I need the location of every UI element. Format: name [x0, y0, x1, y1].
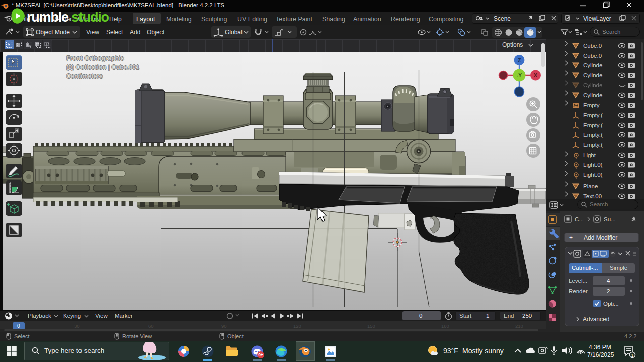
svg-text:Text.00: Text.00	[583, 193, 602, 199]
svg-text:Light.0(: Light.0(	[583, 172, 603, 178]
svg-text:Select: Select	[14, 333, 30, 339]
svg-text:C...: C...	[575, 216, 584, 222]
svg-text:Empty: Empty	[583, 102, 600, 108]
svg-text:Plane: Plane	[583, 183, 598, 189]
svg-text:Cylinde: Cylinde	[583, 92, 602, 98]
svg-text:Cube.0: Cube.0	[583, 43, 602, 49]
svg-text:X: X	[534, 72, 538, 78]
svg-text:Empty.(: Empty.(	[583, 142, 603, 148]
svg-text:Cube.0: Cube.0	[583, 53, 602, 59]
svg-text:Empty.(: Empty.(	[583, 132, 603, 138]
svg-text:9+: 9+	[258, 352, 263, 357]
svg-text:Cylinde: Cylinde	[583, 62, 602, 68]
svg-text:Light.0(: Light.0(	[583, 162, 603, 168]
svg-text:1: 1	[631, 353, 633, 358]
svg-text:-Y: -Y	[517, 73, 522, 78]
svg-text:Light: Light	[583, 152, 596, 158]
svg-text:Empty.(: Empty.(	[583, 112, 603, 118]
svg-text:Cylinde: Cylinde	[583, 72, 602, 78]
svg-text:Rotate View: Rotate View	[122, 333, 152, 339]
svg-text:Empty.(: Empty.(	[583, 122, 603, 128]
svg-text:Cylinde: Cylinde	[583, 82, 602, 88]
svg-text:Z: Z	[518, 57, 521, 63]
svg-text:Object: Object	[227, 333, 244, 339]
svg-text:Su...: Su...	[604, 216, 616, 222]
